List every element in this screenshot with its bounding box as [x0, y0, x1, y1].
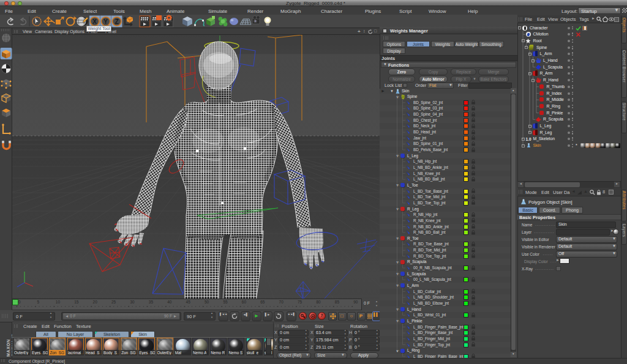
svg-text:X: X — [92, 18, 97, 25]
svg-text:Z: Z — [115, 18, 119, 25]
svg-text:Y: Y — [103, 18, 108, 25]
